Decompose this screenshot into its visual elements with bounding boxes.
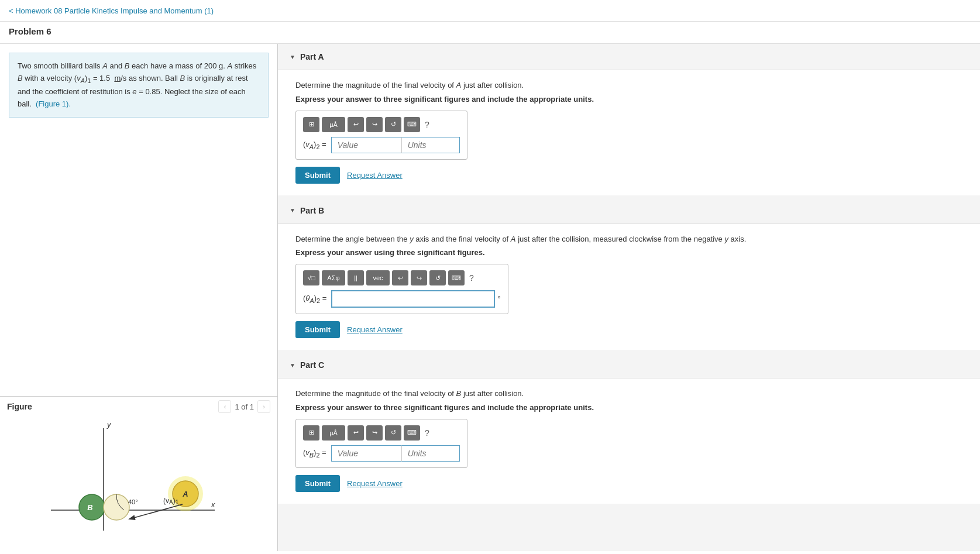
part-c-chevron: ▼ — [290, 362, 295, 369]
figure-section: Figure ‹ 1 of 1 › y x — [0, 396, 277, 551]
refresh-btn-a[interactable]: ↺ — [385, 117, 401, 132]
part-b-label: Part B — [300, 206, 324, 215]
part-c-toolbar: ⊞ μÅ ↩ ↪ ↺ ⌨ ? — [303, 425, 460, 441]
redo-btn-b[interactable]: ↪ — [411, 270, 427, 285]
part-c-submit-btn[interactable]: Submit — [295, 475, 340, 492]
part-b-body: Determine the angle between the y axis a… — [278, 224, 980, 350]
svg-line-10 — [130, 504, 183, 519]
part-c-answer-box: ⊞ μÅ ↩ ↪ ↺ ⌨ ? (vB)2 = — [295, 419, 467, 468]
part-c-description: Determine the magnitude of the final vel… — [295, 388, 962, 400]
part-c-action-row: Submit Request Answer — [295, 475, 962, 492]
part-b-input-row: (θA)2 = ° — [303, 290, 501, 308]
figure-link[interactable]: (Figure 1). — [36, 99, 71, 108]
part-a-units-input[interactable] — [401, 137, 460, 153]
top-nav[interactable]: < Homework 08 Particle Kinetics Impulse … — [0, 0, 980, 22]
undo-btn-a[interactable]: ↩ — [348, 117, 364, 132]
part-b-header[interactable]: ▼ Part B — [278, 198, 980, 224]
figure-title: Figure — [7, 402, 32, 411]
part-a-chevron: ▼ — [290, 54, 295, 60]
part-a-submit-btn[interactable]: Submit — [295, 167, 340, 184]
part-b-toolbar: √□ ΑΣφ || vec ↩ ↪ ↺ ⌨ ? — [303, 270, 501, 285]
part-c-instruction: Express your answer to three significant… — [295, 403, 962, 412]
help-btn-a[interactable]: ? — [422, 120, 432, 129]
part-b-section: ▼ Part B Determine the angle between the… — [278, 198, 980, 350]
part-a-value-input[interactable] — [331, 137, 401, 153]
degree-symbol: ° — [497, 294, 501, 304]
left-panel: Two smooth billiard balls A and B each h… — [0, 44, 278, 551]
part-a-input-label: (vA)2 = — [303, 140, 326, 150]
back-link[interactable]: < Homework 08 Particle Kinetics Impulse … — [9, 6, 214, 15]
keyboard-btn-b[interactable]: ⌨ — [448, 270, 465, 285]
part-b-action-row: Submit Request Answer — [295, 321, 962, 338]
part-c-section: ▼ Part C Determine the magnitude of the … — [278, 352, 980, 504]
vec-btn-b[interactable]: vec — [366, 270, 390, 285]
help-btn-c[interactable]: ? — [422, 428, 432, 438]
part-b-chevron: ▼ — [290, 207, 295, 214]
figure-nav: ‹ 1 of 1 › — [218, 400, 270, 413]
part-b-description: Determine the angle between the y axis a… — [295, 233, 962, 245]
part-c-input-row: (vB)2 = — [303, 445, 460, 462]
part-c-input-label: (vB)2 = — [303, 448, 326, 459]
part-a-answer-box: ⊞ μÅ ↩ ↪ ↺ ⌨ ? (vA)2 = — [295, 111, 467, 160]
part-c-units-input[interactable] — [401, 445, 460, 462]
part-a-section: ▼ Part A Determine the magnitude of the … — [278, 44, 980, 195]
part-a-description: Determine the magnitude of the final vel… — [295, 80, 962, 91]
part-b-instruction: Express your answer using three signific… — [295, 248, 962, 257]
part-a-instruction: Express your answer to three significant… — [295, 95, 962, 104]
figure-header: Figure ‹ 1 of 1 › — [0, 397, 277, 417]
redo-btn-a[interactable]: ↪ — [366, 117, 383, 132]
svg-text:A: A — [182, 490, 188, 498]
svg-text:B: B — [87, 503, 92, 512]
part-c-header[interactable]: ▼ Part C — [278, 352, 980, 378]
part-a-header[interactable]: ▼ Part A — [278, 44, 980, 70]
part-b-angle-input[interactable] — [331, 290, 495, 308]
part-b-submit-btn[interactable]: Submit — [295, 321, 340, 338]
undo-btn-c[interactable]: ↩ — [348, 425, 364, 441]
redo-btn-c[interactable]: ↪ — [366, 425, 383, 441]
svg-text:40°: 40° — [128, 498, 138, 505]
matrix-btn-a[interactable]: ⊞ — [303, 117, 319, 132]
right-panel: ▼ Part A Determine the magnitude of the … — [278, 44, 980, 551]
part-a-request-answer-btn[interactable]: Request Answer — [347, 171, 403, 180]
refresh-btn-c[interactable]: ↺ — [385, 425, 401, 441]
keyboard-btn-c[interactable]: ⌨ — [404, 425, 420, 441]
part-c-request-answer-btn[interactable]: Request Answer — [347, 479, 403, 488]
part-a-body: Determine the magnitude of the final vel… — [278, 70, 980, 195]
matrix-btn-c[interactable]: ⊞ — [303, 425, 319, 441]
keyboard-btn-a[interactable]: ⌨ — [404, 117, 420, 132]
figure-next-btn[interactable]: › — [257, 400, 270, 413]
svg-text:y: y — [106, 420, 112, 429]
part-b-request-answer-btn[interactable]: Request Answer — [347, 325, 403, 334]
part-a-input-row: (vA)2 = — [303, 137, 460, 153]
problem-title: Problem 6 — [9, 26, 51, 36]
part-b-input-label: (θA)2 = — [303, 294, 326, 304]
part-c-body: Determine the magnitude of the final vel… — [278, 378, 980, 504]
part-a-toolbar: ⊞ μÅ ↩ ↪ ↺ ⌨ ? — [303, 117, 460, 132]
refresh-btn-b[interactable]: ↺ — [429, 270, 446, 285]
mu-btn-a[interactable]: μÅ — [322, 117, 345, 132]
svg-text:x: x — [211, 500, 215, 509]
problem-description: Two smooth billiard balls A and B each h… — [9, 53, 269, 118]
part-a-label: Part A — [300, 52, 324, 61]
figure-page: 1 of 1 — [235, 402, 254, 411]
pipe-btn-b[interactable]: || — [348, 270, 364, 285]
part-c-label: Part C — [300, 360, 324, 370]
part-b-answer-box: √□ ΑΣφ || vec ↩ ↪ ↺ ⌨ ? (θA)2 = ° — [295, 264, 508, 314]
part-c-value-input[interactable] — [331, 445, 401, 462]
part-a-action-row: Submit Request Answer — [295, 167, 962, 184]
undo-btn-b[interactable]: ↩ — [392, 270, 408, 285]
figure-prev-btn[interactable]: ‹ — [218, 400, 231, 413]
radical-btn-b[interactable]: √□ — [303, 270, 319, 285]
mu-btn-c[interactable]: μÅ — [322, 425, 345, 441]
greek-btn-b[interactable]: ΑΣφ — [322, 270, 345, 285]
figure-canvas: y x B A — [0, 417, 277, 551]
help-btn-b[interactable]: ? — [467, 273, 476, 283]
